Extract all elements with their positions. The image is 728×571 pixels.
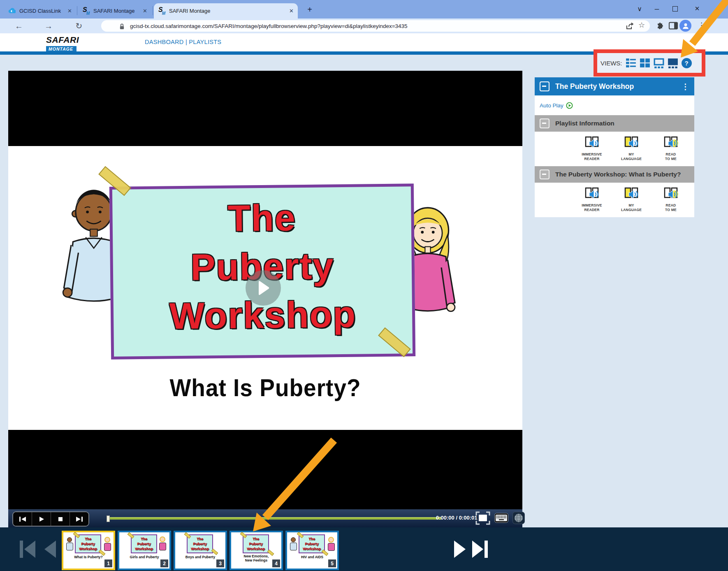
thumbnail-number-badge: 5 — [328, 559, 336, 567]
extensions-puzzle-icon[interactable] — [655, 22, 665, 30]
play-icon — [256, 280, 270, 296]
tab-title: GCISD ClassLink — [19, 8, 61, 14]
playlist-sidebar: The Puberty Workshop ⋮ Auto Play Playlis… — [535, 77, 694, 217]
tab-safari-montage-active[interactable]: SM SAFARI Montage ✕ — [154, 3, 298, 19]
autoplay-link[interactable]: Auto Play — [540, 102, 563, 109]
browser-menu-icon[interactable]: ⋮ — [698, 21, 705, 30]
immersive-reader-button[interactable]: IMMERSIVEREADER — [577, 136, 607, 161]
play-icon — [39, 516, 44, 522]
read-to-me-button[interactable]: READTO ME — [656, 136, 686, 161]
fullscreen-icon[interactable] — [475, 511, 490, 525]
playlist-thumbnail-2[interactable]: The Puberty Workshop Girls and Puberty 2 — [118, 531, 171, 570]
playlist-thumbnail-4[interactable]: The Puberty Workshop New Emotions,New Fe… — [230, 531, 283, 570]
section-title: The Puberty Workshop: What Is Puberty? — [555, 170, 683, 179]
list-view-icon[interactable] — [626, 58, 636, 68]
my-language-icon — [623, 136, 640, 150]
window-minimize-button[interactable]: – — [650, 2, 664, 15]
strip-first-page-button[interactable] — [18, 540, 37, 559]
girl-cartoon — [159, 536, 166, 550]
tab-safari-montage-1[interactable]: SM SAFARI Montage ✕ — [78, 3, 151, 19]
read-to-me-icon — [663, 187, 679, 201]
play-overlay-button[interactable] — [246, 270, 281, 306]
site-nav: DASHBOARD | PLAYLISTS — [145, 39, 221, 45]
strip-next-button[interactable] — [452, 540, 467, 559]
seek-playhead[interactable] — [107, 515, 110, 522]
playlist-tools-row: IMMERSIVEREADER MYLANGUAGE — [535, 132, 694, 166]
thumbnail-title-card: The Puberty Workshop — [131, 534, 157, 553]
read-to-me-icon — [663, 136, 679, 150]
logo-text-safari: SAFARI — [46, 35, 108, 45]
boy-cartoon — [290, 537, 297, 550]
tab-title: SAFARI Montage — [169, 8, 210, 14]
tab-close-icon[interactable]: ✕ — [143, 8, 147, 14]
strip-previous-button[interactable] — [41, 540, 58, 559]
safari-montage-logo[interactable]: SAFARI MONTAGE — [46, 35, 108, 52]
stop-button[interactable] — [51, 512, 70, 526]
forward-button[interactable]: → — [42, 20, 55, 32]
playlist-title: The Puberty Workshop — [555, 82, 634, 91]
playlist-header: The Puberty Workshop ⋮ — [535, 77, 694, 95]
collapse-icon[interactable] — [540, 81, 549, 91]
next-track-button[interactable] — [70, 512, 88, 526]
tab-separator — [153, 6, 153, 15]
player-view-solid-icon[interactable] — [668, 58, 678, 68]
collapse-icon[interactable] — [540, 118, 549, 128]
my-language-button[interactable]: MYLANGUAGE — [616, 136, 647, 161]
back-button[interactable]: ← — [12, 20, 26, 32]
immersive-reader-button[interactable]: IMMERSIVEREADER — [577, 187, 607, 212]
views-highlight-box: VIEWS: ? — [594, 49, 705, 77]
globe-icon[interactable] — [512, 512, 525, 524]
section-title: Playlist Information — [555, 119, 683, 128]
thumbnail-title-card: The Puberty Workshop — [243, 534, 269, 553]
collapse-icon[interactable] — [540, 169, 549, 179]
window-chevron-button[interactable]: ∨ — [633, 2, 647, 15]
my-language-button[interactable]: MYLANGUAGE — [616, 187, 647, 212]
tab-title: SAFARI Montage — [93, 8, 134, 14]
video-player[interactable]: The Puberty Workshop What Is Puberty? — [8, 71, 522, 527]
share-icon[interactable] — [624, 22, 635, 30]
thumbnail-caption: Boys and Puberty — [175, 555, 225, 559]
bookmark-star-icon[interactable]: ☆ — [638, 21, 645, 30]
player-view-outline-icon[interactable] — [654, 58, 664, 68]
strip-last-page-button[interactable] — [471, 540, 489, 559]
previous-icon — [19, 516, 26, 522]
browser-toolbar: ← → ↻ gcisd-tx.cloud.safarimontage.com/S… — [0, 19, 728, 33]
seek-bar[interactable] — [108, 517, 441, 520]
play-button[interactable] — [32, 512, 51, 526]
tab-close-icon[interactable]: ✕ — [67, 8, 72, 14]
new-tab-button[interactable]: + — [303, 3, 317, 16]
grid-view-icon[interactable] — [640, 58, 650, 68]
playlist-thumbnail-1[interactable]: The Puberty Workshop What Is Puberty? 1 — [62, 531, 115, 570]
thumbnail-title-card: The Puberty Workshop — [187, 534, 213, 553]
browser-window: GCISD ClassLink ✕ SM SAFARI Montage ✕ SM… — [0, 0, 728, 571]
section-playlist-information: Playlist Information — [535, 115, 694, 132]
help-icon[interactable]: ? — [682, 58, 692, 68]
reload-button[interactable]: ↻ — [72, 20, 86, 32]
nav-dashboard-link[interactable]: DASHBOARD — [145, 39, 184, 45]
nav-separator: | — [185, 39, 187, 45]
autoplay-play-icon[interactable] — [566, 102, 573, 109]
tab-close-icon[interactable]: ✕ — [289, 8, 294, 14]
window-close-button[interactable]: ✕ — [690, 2, 704, 15]
side-panel-icon[interactable] — [668, 22, 679, 30]
autoplay-row: Auto Play — [535, 95, 694, 115]
playlist-thumbnail-3[interactable]: The Puberty Workshop Boys and Puberty 3 — [174, 531, 227, 570]
profile-avatar[interactable] — [679, 20, 691, 32]
window-maximize-button[interactable] — [668, 2, 682, 15]
nav-playlists-link[interactable]: PLAYLISTS — [189, 39, 221, 45]
playlist-thumbnail-5[interactable]: The Puberty Workshop HIV and AIDS 5 — [285, 531, 339, 570]
girl-cartoon — [328, 537, 334, 551]
thumbnail-number-badge: 2 — [160, 559, 168, 567]
thumbnail-number-badge: 3 — [216, 559, 224, 567]
address-bar[interactable]: gcisd-tx.cloud.safarimontage.com/SAFARI/… — [101, 20, 650, 32]
read-to-me-button[interactable]: READTO ME — [656, 187, 686, 212]
thumbnail-caption: What Is Puberty? — [63, 555, 114, 559]
keyboard-icon[interactable] — [494, 513, 508, 523]
classlink-cloud-icon — [8, 7, 16, 15]
previous-track-button[interactable] — [13, 512, 32, 526]
transport-buttons — [12, 511, 89, 527]
playlist-menu-icon[interactable]: ⋮ — [682, 82, 689, 91]
stop-icon — [58, 516, 63, 522]
tape-icon — [211, 549, 218, 555]
tab-gcisd-classlink[interactable]: GCISD ClassLink ✕ — [4, 3, 76, 19]
